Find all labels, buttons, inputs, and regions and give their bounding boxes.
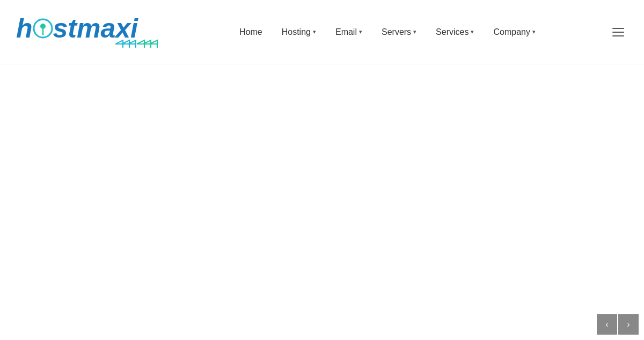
- slider-next-button[interactable]: ›: [618, 314, 639, 335]
- logo-stmaxi: stmaxi: [53, 15, 138, 42]
- menu-bar-3: [612, 35, 624, 36]
- hosting-chevron-icon: ▾: [313, 28, 316, 35]
- nav-item-hosting[interactable]: Hosting ▾: [274, 23, 324, 41]
- site-header: h stmaxi: [0, 0, 644, 64]
- nav-item-company[interactable]: Company ▾: [486, 23, 543, 41]
- logo-o: [33, 15, 53, 42]
- main-nav: Home Hosting ▾ Email ▾ Servers ▾ Service…: [232, 23, 543, 41]
- logo[interactable]: h stmaxi: [16, 15, 166, 49]
- nav-item-servers[interactable]: Servers ▾: [374, 23, 424, 41]
- slider-controls: ‹ ›: [597, 314, 639, 335]
- logo-arrows: [115, 39, 166, 49]
- hamburger-menu-button[interactable]: [609, 23, 628, 42]
- nav-item-email[interactable]: Email ▾: [328, 23, 370, 41]
- slider-prev-button[interactable]: ‹: [597, 314, 617, 335]
- servers-chevron-icon: ▾: [413, 28, 416, 35]
- svg-point-1: [40, 24, 46, 29]
- nav-item-home[interactable]: Home: [232, 23, 270, 41]
- email-chevron-icon: ▾: [359, 28, 362, 35]
- menu-bar-1: [612, 28, 624, 29]
- menu-bar-2: [612, 32, 624, 33]
- company-chevron-icon: ▾: [532, 28, 536, 35]
- services-chevron-icon: ▾: [471, 28, 474, 35]
- main-content: ‹ ›: [0, 64, 644, 340]
- logo-h: h: [16, 15, 33, 42]
- nav-item-services[interactable]: Services ▾: [428, 23, 481, 41]
